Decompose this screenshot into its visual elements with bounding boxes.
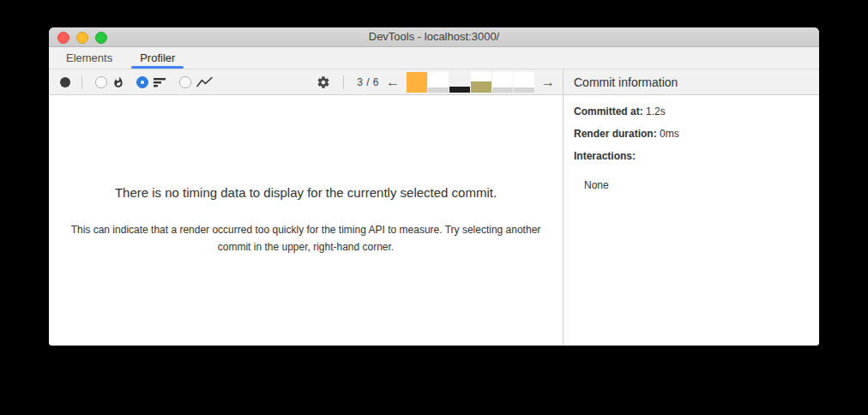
interactions-label: Interactions: bbox=[574, 150, 636, 162]
no-data-heading: There is no timing data to display for t… bbox=[115, 185, 497, 200]
no-data-description: This can indicate that a render occurred… bbox=[66, 222, 546, 255]
commit-bar-slot[interactable] bbox=[449, 72, 470, 93]
tab-bar: Elements Profiler bbox=[49, 47, 819, 69]
toolbar-divider bbox=[81, 75, 82, 89]
tab-profiler-label: Profiler bbox=[140, 51, 175, 64]
toolbar-divider bbox=[343, 75, 344, 89]
commit-bar-chart bbox=[407, 72, 534, 93]
chart-mode-ranked[interactable] bbox=[136, 75, 167, 89]
profiler-main-pane: There is no timing data to display for t… bbox=[49, 95, 563, 346]
window-title: DevTools - localhost:3000/ bbox=[49, 27, 819, 47]
commit-bar bbox=[407, 72, 427, 93]
record-button[interactable] bbox=[60, 77, 70, 87]
commit-bar bbox=[471, 81, 491, 93]
flamegraph-radio[interactable] bbox=[95, 76, 107, 88]
ranked-bars-icon bbox=[154, 75, 167, 89]
interactions-row: Interactions: bbox=[574, 150, 809, 162]
ranked-radio[interactable] bbox=[136, 76, 148, 88]
chart-mode-interactions[interactable] bbox=[179, 76, 214, 88]
committed-at-label: Committed at: bbox=[574, 105, 643, 117]
commit-navigator: 3 / 6 ← → bbox=[316, 72, 556, 93]
tab-elements-label: Elements bbox=[66, 51, 112, 64]
prev-commit-button[interactable]: ← bbox=[385, 75, 401, 89]
commit-info-title: Commit information bbox=[574, 75, 678, 89]
tab-elements[interactable]: Elements bbox=[57, 47, 121, 69]
next-commit-button[interactable]: → bbox=[540, 75, 556, 89]
commit-bar-slot[interactable] bbox=[492, 72, 513, 93]
render-duration-label: Render duration: bbox=[574, 128, 657, 140]
committed-at-row: Committed at: 1.2s bbox=[574, 105, 809, 117]
interactions-none: None bbox=[584, 179, 809, 191]
commit-bar bbox=[492, 87, 513, 92]
commit-bar bbox=[449, 87, 470, 93]
toolbar-row: 3 / 6 ← → Commit information bbox=[49, 69, 819, 95]
gear-icon[interactable] bbox=[316, 75, 330, 89]
titlebar[interactable]: DevTools - localhost:3000/ bbox=[49, 27, 819, 47]
chart-mode-flamegraph[interactable] bbox=[95, 75, 124, 89]
profiler-toolbar: 3 / 6 ← → bbox=[49, 69, 563, 94]
commit-bar bbox=[428, 87, 449, 93]
commit-position-label: 3 / 6 bbox=[357, 76, 379, 88]
devtools-window: DevTools - localhost:3000/ Elements Prof… bbox=[49, 27, 819, 346]
commit-bar bbox=[514, 87, 534, 92]
commit-bar-slot[interactable] bbox=[471, 72, 491, 93]
commit-bar-slot[interactable] bbox=[514, 72, 534, 93]
commit-bar-slot[interactable] bbox=[407, 72, 427, 93]
render-duration-row: Render duration: 0ms bbox=[574, 128, 809, 140]
commit-info-header: Commit information bbox=[563, 69, 819, 94]
flame-icon bbox=[112, 75, 124, 89]
content-area: There is no timing data to display for t… bbox=[49, 95, 819, 346]
interactions-radio[interactable] bbox=[179, 76, 191, 88]
interactions-chart-icon bbox=[196, 76, 214, 88]
tab-profiler[interactable]: Profiler bbox=[131, 47, 184, 69]
committed-at-value: 1.2s bbox=[646, 105, 666, 117]
render-duration-value: 0ms bbox=[660, 128, 679, 140]
commit-info-panel: Committed at: 1.2s Render duration: 0ms … bbox=[563, 95, 819, 346]
commit-bar-slot[interactable] bbox=[428, 72, 449, 93]
